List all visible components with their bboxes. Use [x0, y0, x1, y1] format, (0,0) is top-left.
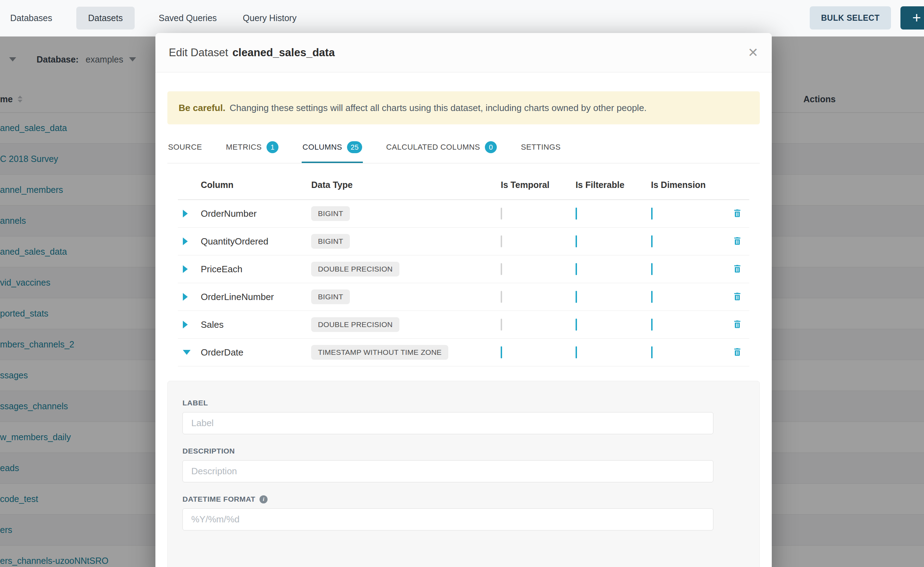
trash-icon	[733, 236, 742, 246]
is-filterable-checkbox[interactable]	[576, 319, 577, 331]
columns-count-badge: 25	[347, 141, 362, 153]
modal-tabs: SOURCE METRICS 1 COLUMNS 25 CALCULATED C…	[167, 136, 760, 164]
expand-caret-icon[interactable]	[183, 210, 188, 218]
header-is-dimension: Is Dimension	[644, 180, 726, 190]
is-temporal-checkbox[interactable]	[501, 319, 502, 331]
column-name: QuantityOrdered	[201, 236, 311, 247]
warning-banner-bold: Be careful.	[179, 103, 226, 114]
nav-item-databases[interactable]: Databases	[8, 7, 54, 30]
is-temporal-checkbox[interactable]	[501, 346, 502, 358]
trash-icon	[733, 264, 742, 274]
is-temporal-checkbox[interactable]	[501, 291, 502, 303]
nav-item-saved-queries[interactable]: Saved Queries	[157, 7, 219, 30]
tab-metrics-label: METRICS	[226, 142, 262, 152]
delete-column-button[interactable]	[731, 207, 743, 220]
tab-settings[interactable]: SETTINGS	[520, 136, 561, 163]
description-field-group: DESCRIPTION	[182, 447, 745, 482]
collapse-caret-icon[interactable]	[183, 350, 191, 355]
column-row: QuantityOrdered BIGINT	[178, 228, 749, 255]
is-dimension-checkbox[interactable]	[651, 208, 653, 220]
is-dimension-checkbox[interactable]	[651, 263, 653, 275]
header-is-temporal: Is Temporal	[494, 180, 569, 190]
info-icon[interactable]: i	[259, 495, 268, 503]
column-name: OrderDate	[201, 347, 311, 358]
label-input[interactable]	[182, 412, 713, 434]
data-type-pill: DOUBLE PRECISION	[311, 262, 399, 276]
column-row: PriceEach DOUBLE PRECISION	[178, 255, 749, 283]
expand-caret-icon[interactable]	[183, 265, 188, 273]
close-icon[interactable]: ✕	[748, 46, 758, 59]
trash-icon	[733, 292, 742, 302]
data-type-pill: BIGINT	[311, 206, 350, 221]
column-name: PriceEach	[201, 264, 311, 275]
delete-column-button[interactable]	[731, 235, 743, 248]
warning-banner: Be careful. Changing these settings will…	[167, 92, 760, 124]
modal-title: Edit Datasetcleaned_sales_data	[169, 46, 335, 59]
tab-source-label: SOURCE	[168, 142, 202, 152]
metrics-count-badge: 1	[266, 141, 278, 153]
label-field-label: LABEL	[182, 399, 745, 407]
datetime-format-field-label: DATETIME FORMAT i	[182, 495, 745, 503]
edit-dataset-modal: Edit Datasetcleaned_sales_data ✕ Be care…	[155, 33, 772, 567]
datetime-format-label-text: DATETIME FORMAT	[182, 495, 255, 503]
is-temporal-checkbox[interactable]	[501, 236, 502, 248]
column-row: OrderLineNumber BIGINT	[178, 283, 749, 311]
column-row: OrderDate TIMESTAMP WITHOUT TIME ZONE	[178, 339, 749, 366]
is-dimension-checkbox[interactable]	[651, 346, 653, 358]
top-nav: Databases Datasets Saved Queries Query H…	[0, 0, 924, 36]
is-temporal-checkbox[interactable]	[501, 263, 502, 275]
delete-column-button[interactable]	[731, 290, 743, 304]
column-row: Sales DOUBLE PRECISION	[178, 311, 749, 339]
datetime-format-field-group: DATETIME FORMAT i	[182, 495, 745, 531]
header-column: Column	[201, 180, 311, 190]
label-field-group: LABEL	[182, 399, 745, 434]
is-filterable-checkbox[interactable]	[576, 236, 577, 248]
tab-columns[interactable]: COLUMNS 25	[302, 136, 363, 163]
delete-column-button[interactable]	[731, 318, 743, 332]
is-filterable-checkbox[interactable]	[576, 263, 577, 275]
delete-column-button[interactable]	[731, 346, 743, 359]
expand-caret-icon[interactable]	[183, 293, 188, 301]
tab-source[interactable]: SOURCE	[167, 136, 203, 163]
data-type-pill: BIGINT	[311, 234, 350, 249]
column-name: OrderLineNumber	[201, 292, 311, 303]
trash-icon	[733, 347, 742, 357]
nav-items: Databases Datasets Saved Queries Query H…	[8, 7, 298, 30]
modal-header: Edit Datasetcleaned_sales_data ✕	[155, 33, 772, 72]
is-temporal-checkbox[interactable]	[501, 208, 502, 220]
is-dimension-checkbox[interactable]	[651, 319, 653, 331]
column-detail-panel: LABEL DESCRIPTION DATETIME FORMAT i	[167, 381, 760, 567]
expand-caret-icon[interactable]	[183, 321, 188, 328]
bulk-select-button[interactable]: BULK SELECT	[810, 6, 891, 30]
is-dimension-checkbox[interactable]	[651, 236, 653, 248]
column-row: OrderNumber BIGINT	[178, 200, 749, 228]
data-type-pill: TIMESTAMP WITHOUT TIME ZONE	[311, 345, 448, 360]
is-filterable-checkbox[interactable]	[576, 291, 577, 303]
tab-calculated-columns[interactable]: CALCULATED COLUMNS 0	[385, 136, 498, 163]
datetime-format-input[interactable]	[182, 508, 713, 531]
modal-title-prefix: Edit Dataset	[169, 46, 228, 58]
description-input[interactable]	[182, 460, 713, 482]
add-dataset-button[interactable]: +	[900, 6, 924, 30]
data-type-pill: BIGINT	[311, 290, 350, 304]
tab-columns-label: COLUMNS	[302, 142, 342, 152]
nav-item-datasets[interactable]: Datasets	[76, 7, 135, 30]
is-dimension-checkbox[interactable]	[651, 291, 653, 303]
header-data-type: Data Type	[311, 180, 494, 190]
trash-icon	[733, 208, 742, 218]
calculated-columns-count-badge: 0	[485, 141, 497, 153]
modal-body: Be careful. Changing these settings will…	[155, 72, 772, 567]
header-is-filterable: Is Filterable	[569, 180, 644, 190]
delete-column-button[interactable]	[731, 262, 743, 276]
is-filterable-checkbox[interactable]	[576, 346, 577, 358]
expand-caret-icon[interactable]	[183, 237, 188, 245]
column-name: OrderNumber	[201, 208, 311, 219]
columns-table: Column Data Type Is Temporal Is Filterab…	[178, 164, 749, 366]
is-filterable-checkbox[interactable]	[576, 208, 577, 220]
nav-item-query-history[interactable]: Query History	[241, 7, 299, 30]
description-field-label: DESCRIPTION	[182, 447, 745, 455]
tab-calculated-columns-label: CALCULATED COLUMNS	[386, 142, 480, 152]
trash-icon	[733, 320, 742, 329]
tab-metrics[interactable]: METRICS 1	[226, 136, 280, 163]
modal-title-dataset-name: cleaned_sales_data	[232, 46, 335, 58]
